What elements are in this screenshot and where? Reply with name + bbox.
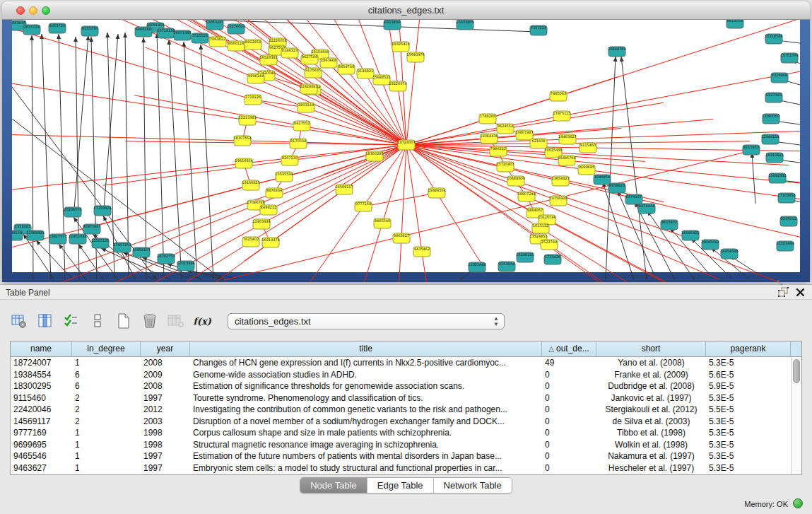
- graph-node-label: 16071385: [173, 30, 191, 35]
- table-row[interactable]: 946362711997Embryonic stem cells: a mode…: [11, 462, 801, 474]
- table-cell: 2: [72, 392, 141, 404]
- select-rows-icon[interactable]: [62, 312, 81, 330]
- row-height-icon[interactable]: [88, 312, 107, 330]
- table-cell: 2003: [141, 416, 190, 428]
- table-cell: 0: [542, 450, 596, 462]
- table-row[interactable]: 2242004622012Investigating the contribut…: [11, 404, 801, 416]
- table-cell: 0: [542, 439, 596, 451]
- graph-node-label: 9115460: [580, 143, 596, 147]
- table-cell: 22420046: [11, 404, 72, 416]
- table-row[interactable]: 946554611997Estimation of the future num…: [11, 450, 801, 462]
- table-cell: 1997: [141, 392, 190, 404]
- function-builder-icon[interactable]: f(x): [193, 312, 211, 330]
- network-view-window: citations_edges.txt 16639352055724405572…: [2, 1, 810, 282]
- graph-node-label: 19220374: [389, 81, 406, 86]
- table-cell: 6: [72, 369, 141, 381]
- table-selector-value: citations_edges.txt: [235, 316, 311, 327]
- graph-node-label: 14569117: [335, 185, 353, 189]
- close-icon[interactable]: [796, 288, 805, 297]
- graph-node-label: 8170034: [290, 139, 306, 143]
- table-row[interactable]: 1938455462009Genome-wide association stu…: [11, 369, 801, 381]
- graph-node-label: 16914479: [261, 238, 279, 242]
- graph-node-label: 17046798: [247, 200, 264, 204]
- scrollbar-thumb[interactable]: [793, 359, 800, 383]
- column-header-short[interactable]: short: [596, 341, 706, 356]
- network-canvas[interactable]: 1663935205572440557249155730200914061005…: [12, 20, 800, 282]
- table-cell: Changes of HCN gene expression and I(f) …: [190, 357, 542, 369]
- column-header-pagerank[interactable]: pagerank: [706, 341, 791, 356]
- table-cell: 18300295: [11, 380, 72, 392]
- graph-node-label: 11568893: [26, 230, 44, 235]
- table-selector-dropdown[interactable]: citations_edges.txt ▲▼: [228, 313, 505, 329]
- table-row[interactable]: 1830029562008Estimation of significance …: [11, 380, 801, 392]
- tab-node-table[interactable]: Node Table: [300, 478, 367, 493]
- graph-node-label: 7357224: [531, 25, 546, 30]
- table-cell: 9699695: [11, 439, 72, 451]
- table-cell: Franke et al. (2009): [596, 369, 706, 381]
- graph-node-label: 2718126: [245, 95, 261, 99]
- table-cell: 5.6E-5: [706, 369, 791, 381]
- table-settings-icon[interactable]: [10, 312, 28, 330]
- graph-node-label: 10025438: [544, 148, 562, 152]
- graph-node-label: 18495764: [558, 156, 575, 160]
- table-cell: Investigating the contribution of common…: [190, 404, 542, 416]
- column-header-title[interactable]: title: [190, 341, 542, 356]
- table-row[interactable]: 977716911998Corpus callosum shape and si…: [11, 427, 801, 439]
- table-cell: 9115460: [11, 392, 72, 404]
- table-cell: 5.3E-5: [706, 439, 791, 451]
- graph-node-label: 13524851: [529, 234, 547, 238]
- graph-node-label: 8938923: [609, 183, 625, 187]
- new-table-icon[interactable]: [114, 312, 133, 330]
- graph-node-label: 16454044: [720, 249, 738, 253]
- table-cell: 1: [72, 462, 141, 474]
- column-visibility-icon[interactable]: [36, 312, 54, 330]
- table-panel-titlebar[interactable]: ⤡ Table Panel: [0, 284, 812, 300]
- table-row[interactable]: 1456911722003Disruption of a novel membe…: [11, 416, 801, 428]
- column-header-year[interactable]: year: [141, 341, 190, 356]
- column-header-in_degree[interactable]: in_degree: [72, 341, 141, 356]
- graph-node-label: 8454749: [339, 64, 354, 69]
- graph-node-label: 19463627: [558, 134, 576, 139]
- graph-node-label: 13427577: [49, 234, 66, 238]
- tab-edge-table[interactable]: Edge Table: [367, 478, 434, 493]
- table-cell: 1998: [141, 427, 190, 439]
- table-header-row: namein_degreeyeartitle△out_de...shortpag…: [11, 341, 801, 357]
- table-cell: Corpus callosum shape and size in male p…: [190, 427, 542, 439]
- graph-node-label: 16210643: [765, 153, 783, 157]
- attribute-table: namein_degreeyeartitle△out_de...shortpag…: [10, 341, 802, 475]
- float-window-icon[interactable]: [778, 287, 789, 298]
- graph-node-label: 7625402: [243, 237, 259, 241]
- column-header-out_de[interactable]: △out_de...: [542, 341, 596, 356]
- table-cell: 1997: [141, 450, 190, 462]
- table-row[interactable]: 1872400712008Changes of HCN gene express…: [11, 357, 801, 369]
- graph-node-label: 7485063: [551, 91, 566, 95]
- delete-table-icon[interactable]: [141, 312, 159, 330]
- graph-node-label: 1615132: [533, 223, 548, 228]
- table-cell: 1: [72, 439, 141, 451]
- graph-node-label: 22226058: [269, 38, 286, 42]
- graph-node-label: 9699695: [579, 165, 594, 169]
- table-cell: 1: [72, 427, 141, 439]
- graph-node-label: 8427552: [294, 121, 310, 125]
- table-row[interactable]: 969969511998Structural magnetic resonanc…: [11, 439, 801, 451]
- memory-status-label: Memory: OK: [744, 500, 788, 508]
- tab-network-table[interactable]: Network Table: [434, 478, 512, 493]
- table-row[interactable]: 911546021997Tourette syndrome. Phenomeno…: [11, 392, 801, 404]
- graph-node-label: 621608: [531, 139, 545, 143]
- vertical-scrollbar[interactable]: [791, 357, 801, 474]
- graph-node-label: 9474444: [639, 204, 654, 208]
- graph-node-label: 4055724: [49, 23, 65, 28]
- citation-network-graph[interactable]: 1663935205572440557249155730200914061005…: [12, 20, 800, 282]
- graph-node-label: 16648784: [608, 47, 625, 51]
- graph-node-label: 9435462: [414, 247, 430, 251]
- graph-node-label: 8878334: [266, 188, 282, 192]
- window-titlebar[interactable]: citations_edges.txt: [2, 1, 810, 20]
- import-table-icon[interactable]: [167, 312, 185, 330]
- column-header-name[interactable]: name: [11, 341, 72, 356]
- table-cell: Embryonic stem cells: a model to study s…: [190, 462, 542, 474]
- graph-node-label: 17103654: [777, 193, 795, 197]
- graph-node-label: 19364436: [480, 134, 498, 138]
- memory-ok-indicator[interactable]: [793, 498, 803, 508]
- table-panel-title: Table Panel: [6, 288, 50, 298]
- graph-node-label: 11923448: [468, 262, 486, 267]
